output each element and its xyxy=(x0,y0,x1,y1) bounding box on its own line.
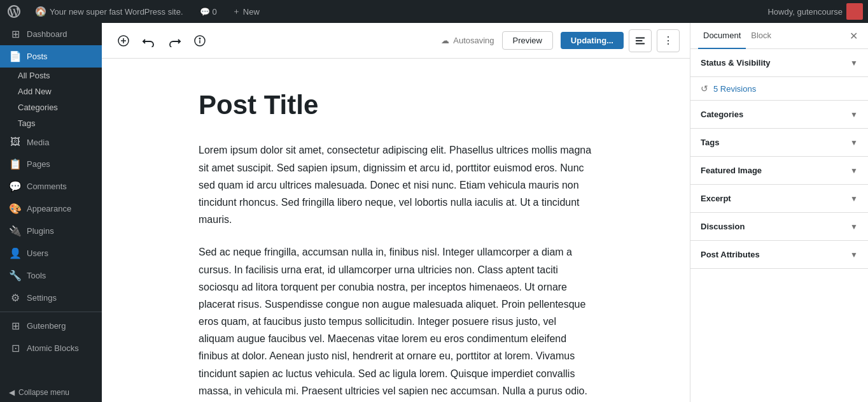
editor-area: ☁ Autosaving Preview Updating... ⋮ xyxy=(102,23,690,402)
sidebar-item-label: Dashboard xyxy=(27,29,67,39)
tags-header[interactable]: Tags ▼ xyxy=(690,129,868,156)
section-tags: Tags ▼ xyxy=(690,129,868,157)
collapse-menu-button[interactable]: ◀ Collapse menu xyxy=(0,383,102,402)
sidebar-item-atomic-blocks[interactable]: ⊡ Atomic Blocks xyxy=(0,337,102,359)
featured-image-header[interactable]: Featured Image ▼ xyxy=(690,157,868,184)
wp-logo[interactable] xyxy=(5,3,23,20)
settings-panel-button[interactable] xyxy=(629,29,652,52)
sidebar-item-label: Gutenberg xyxy=(27,321,66,331)
paragraph-1: Lorem ipsum dolor sit amet, consectetur … xyxy=(199,141,593,228)
new-label: New xyxy=(243,7,260,17)
add-block-button[interactable] xyxy=(112,29,135,52)
chevron-down-icon: ▼ xyxy=(850,110,858,119)
section-status-visibility: Status & Visibility ▼ xyxy=(690,49,868,77)
admin-bar: 🏠 Your new super fast WordPress site. 💬 … xyxy=(0,0,868,23)
sidebar-item-pages[interactable]: 📋 Pages xyxy=(0,153,102,175)
autosaving-status: ☁ Autosaving xyxy=(441,36,494,45)
editor-toolbar: ☁ Autosaving Preview Updating... ⋮ xyxy=(102,23,690,59)
revisions-row[interactable]: ↺ 5 Revisions xyxy=(690,77,868,101)
sidebar-divider xyxy=(0,312,102,312)
section-post-attributes: Post Attributes ▼ xyxy=(690,241,868,269)
info-button[interactable] xyxy=(188,29,211,52)
svg-rect-6 xyxy=(636,37,645,38)
users-icon: 👤 xyxy=(9,247,22,259)
chevron-down-icon: ▼ xyxy=(850,222,858,231)
chevron-down-icon: ▼ xyxy=(850,138,858,147)
section-excerpt: Excerpt ▼ xyxy=(690,185,868,213)
revisions-label: 5 Revisions xyxy=(713,84,756,94)
tab-block[interactable]: Block xyxy=(746,23,776,49)
preview-button[interactable]: Preview xyxy=(502,31,553,50)
sidebar-item-gutenberg[interactable]: ⊞ Gutenberg xyxy=(0,315,102,337)
sidebar-item-label: Atomic Blocks xyxy=(27,343,79,353)
sidebar-item-label: Tools xyxy=(27,271,46,280)
site-home-icon: 🏠 xyxy=(36,6,46,17)
collapse-label: Collapse menu xyxy=(18,388,69,397)
excerpt-header[interactable]: Excerpt ▼ xyxy=(690,185,868,212)
user-avatar xyxy=(846,3,863,20)
sidebar-item-all-posts[interactable]: All Posts xyxy=(0,68,102,83)
admin-bar-howdy[interactable]: Howdy, gutencourse xyxy=(767,3,863,20)
appearance-icon: 🎨 xyxy=(9,203,22,215)
tags-label: Tags xyxy=(701,138,719,147)
post-attributes-header[interactable]: Post Attributes ▼ xyxy=(690,241,868,268)
categories-label: Categories xyxy=(701,110,743,119)
sidebar-item-tools[interactable]: 🔧 Tools xyxy=(0,264,102,287)
panel-tabs: Document Block ✕ xyxy=(690,23,868,49)
section-featured-image: Featured Image ▼ xyxy=(690,157,868,185)
excerpt-label: Excerpt xyxy=(701,194,731,203)
comment-count: 0 xyxy=(213,7,217,17)
site-name: Your new super fast WordPress site. xyxy=(50,7,183,17)
posts-icon: 📄 xyxy=(9,50,22,62)
sidebar-item-tags[interactable]: Tags xyxy=(0,115,102,131)
sidebar-item-categories[interactable]: Categories xyxy=(0,99,102,115)
status-visibility-header[interactable]: Status & Visibility ▼ xyxy=(690,49,868,76)
tools-icon: 🔧 xyxy=(9,269,22,282)
sidebar-item-label: Comments xyxy=(27,182,67,191)
admin-bar-new[interactable]: ＋ New xyxy=(228,6,263,17)
status-visibility-label: Status & Visibility xyxy=(701,58,771,68)
admin-bar-site-link[interactable]: 🏠 Your new super fast WordPress site. xyxy=(31,6,188,17)
comments-icon: 💬 xyxy=(9,180,22,192)
paragraph-2: Sed ac neque fringilla, accumsan nulla i… xyxy=(199,243,593,402)
sidebar-item-label: Posts xyxy=(27,52,48,61)
howdy-text: Howdy, gutencourse xyxy=(767,7,843,17)
admin-bar-comments[interactable]: 💬 0 xyxy=(196,7,221,17)
sidebar-item-comments[interactable]: 💬 Comments xyxy=(0,175,102,197)
sidebar-item-dashboard[interactable]: ⊞ Dashboard xyxy=(0,23,102,45)
discussion-header[interactable]: Discussion ▼ xyxy=(690,213,868,240)
sidebar-item-posts[interactable]: 📄 Posts xyxy=(0,45,102,68)
pages-icon: 📋 xyxy=(9,158,22,170)
more-options-button[interactable]: ⋮ xyxy=(657,29,680,52)
post-title[interactable]: Post Title xyxy=(199,89,593,121)
chevron-down-icon: ▼ xyxy=(850,194,858,203)
featured-image-label: Featured Image xyxy=(701,166,762,175)
section-discussion: Discussion ▼ xyxy=(690,213,868,241)
panel-body: Status & Visibility ▼ ↺ 5 Revisions Cate… xyxy=(690,49,868,402)
tab-document[interactable]: Document xyxy=(698,23,746,49)
chevron-down-icon: ▼ xyxy=(850,166,858,175)
update-button[interactable]: Updating... xyxy=(561,32,624,49)
post-body[interactable]: Lorem ipsum dolor sit amet, consectetur … xyxy=(199,141,593,402)
sidebar-item-users[interactable]: 👤 Users xyxy=(0,242,102,264)
editor-canvas: Post Title Lorem ipsum dolor sit amet, c… xyxy=(173,59,619,402)
autosaving-text: Autosaving xyxy=(453,36,494,45)
editor-content[interactable]: Post Title Lorem ipsum dolor sit amet, c… xyxy=(102,59,690,402)
right-panel: Document Block ✕ Status & Visibility ▼ ↺… xyxy=(690,23,868,402)
sidebar-item-media[interactable]: 🖼 Media xyxy=(0,131,102,153)
svg-point-5 xyxy=(199,38,200,39)
sidebar-item-plugins[interactable]: 🔌 Plugins xyxy=(0,220,102,242)
sidebar-item-appearance[interactable]: 🎨 Appearance xyxy=(0,197,102,220)
svg-rect-8 xyxy=(636,43,645,44)
panel-close-button[interactable]: ✕ xyxy=(847,23,860,48)
undo-button[interactable] xyxy=(137,29,160,52)
collapse-icon: ◀ xyxy=(9,388,15,397)
sidebar-item-add-new[interactable]: Add New xyxy=(0,83,102,99)
sidebar-item-label: Settings xyxy=(27,293,57,303)
categories-header[interactable]: Categories ▼ xyxy=(690,101,868,128)
svg-rect-7 xyxy=(636,40,643,41)
comment-icon: 💬 xyxy=(200,7,210,17)
sidebar: ⊞ Dashboard 📄 Posts All Posts Add New Ca… xyxy=(0,23,102,402)
redo-button[interactable] xyxy=(163,29,186,52)
sidebar-item-settings[interactable]: ⚙ Settings xyxy=(0,287,102,309)
